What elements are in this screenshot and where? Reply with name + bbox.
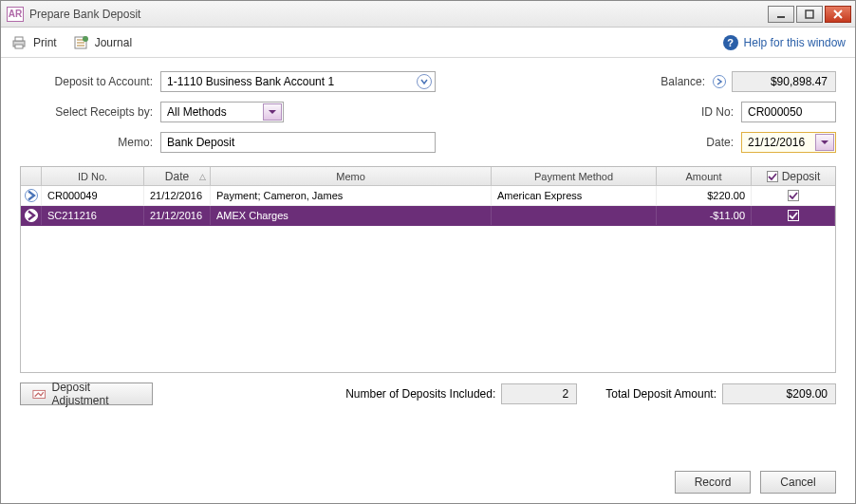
id-no-label: ID No: [675,105,741,119]
journal-button[interactable]: Journal [72,34,132,51]
table-row[interactable]: CR00004921/12/2016Payment; Cameron, Jame… [21,186,835,206]
print-label: Print [33,36,57,49]
cell-amount: $220.00 [657,186,752,205]
print-button[interactable]: Print [10,34,57,51]
svg-rect-1 [806,10,813,18]
id-no-input[interactable]: CR000050 [741,102,836,122]
deposit-adjustment-label: Deposit Adjustment [51,381,140,407]
deposit-checkbox[interactable] [788,210,799,221]
cell-id: CR000049 [42,186,144,205]
sort-asc-icon: △ [199,172,206,181]
grid-header-memo[interactable]: Memo [211,167,492,185]
grid-header-row: ID No. Date△ Memo Payment Method Amount … [21,167,835,186]
footer-buttons: Record Cancel [20,457,836,494]
row-drill-icon[interactable] [25,189,38,202]
cell-date: 21/12/2016 [144,186,211,205]
row-drill-icon[interactable] [25,209,38,222]
table-row[interactable]: SC21121621/12/2016AMEX Charges-$11.00 [21,206,835,226]
cancel-label: Cancel [780,476,815,489]
deposit-all-checkbox[interactable] [767,171,778,182]
grid-header-drill [21,167,42,185]
record-button[interactable]: Record [675,471,751,494]
date-input[interactable]: 21/12/2016 [741,132,836,153]
grid-header-id[interactable]: ID No. [42,167,144,185]
cell-amount: -$11.00 [657,206,752,225]
deposit-account-value: 1-1110 Business Bank Account 1 [167,75,334,88]
svg-rect-5 [15,37,23,41]
memo-input[interactable]: Bank Deposit [160,132,436,153]
app-badge-icon: AR [7,7,24,22]
chevron-down-icon [815,134,834,151]
total-deposit-label: Total Deposit Amount: [605,387,716,401]
help-icon: ? [723,35,738,50]
date-value: 21/12/2016 [748,136,805,149]
svg-rect-6 [15,45,23,48]
balance-drill-icon[interactable] [713,75,726,88]
cell-payment-method [492,206,657,225]
balance-value: $90,898.47 [732,71,836,92]
memo-value: Bank Deposit [167,136,234,149]
close-button[interactable] [825,6,851,23]
content-area: Deposit to Account: 1-1110 Business Bank… [1,58,855,503]
grid-header-payment-method[interactable]: Payment Method [492,167,657,185]
window-title: Prepare Bank Deposit [29,8,766,21]
memo-label: Memo: [20,136,160,149]
grid-header-deposit[interactable]: Deposit [752,167,835,185]
cell-date: 21/12/2016 [144,206,211,225]
maximize-button[interactable] [796,6,823,23]
select-receipts-combo[interactable]: All Methods [160,102,284,122]
help-label: Help for this window [744,36,846,49]
select-receipts-value: All Methods [167,105,227,119]
num-deposits-value: 2 [501,383,577,404]
grid-header-amount[interactable]: Amount [657,167,752,185]
dropdown-icon [417,74,432,89]
svg-point-11 [83,36,88,42]
id-no-value: CR000050 [748,105,802,119]
form-section: Deposit to Account: 1-1110 Business Bank… [20,71,836,153]
deposit-account-label: Deposit to Account: [20,75,160,88]
deposit-adjustment-button[interactable]: Deposit Adjustment [20,383,153,405]
titlebar: AR Prepare Bank Deposit [1,1,855,28]
record-label: Record [695,476,732,489]
journal-icon [72,34,89,51]
select-receipts-label: Select Receipts by: [20,105,160,119]
receipts-grid: ID No. Date△ Memo Payment Method Amount … [20,166,836,373]
adjustment-icon [32,387,46,401]
cell-id: SC211216 [42,206,144,225]
toolbar: Print Journal ? Help for this window [1,28,855,58]
printer-icon [10,34,28,51]
grid-header-date[interactable]: Date△ [144,167,211,185]
balance-label: Balance: [646,75,713,88]
deposit-account-combo[interactable]: 1-1110 Business Bank Account 1 [160,71,436,92]
cell-payment-method: American Express [492,186,657,205]
chevron-down-icon [263,103,282,121]
help-link[interactable]: ? Help for this window [723,35,846,50]
date-label: Date: [675,136,741,149]
num-deposits-label: Number of Deposits Included: [345,387,495,401]
grid-body: CR00004921/12/2016Payment; Cameron, Jame… [21,186,835,372]
summary-row: Deposit Adjustment Number of Deposits In… [20,383,836,405]
cell-memo: Payment; Cameron, James [211,186,492,205]
cancel-button[interactable]: Cancel [760,471,836,494]
minimize-button[interactable] [768,6,794,23]
journal-label: Journal [95,36,132,49]
total-deposit-value: $209.00 [722,383,836,404]
prepare-bank-deposit-window: AR Prepare Bank Deposit Print Journal ? … [0,0,856,504]
deposit-checkbox[interactable] [788,190,799,201]
cell-memo: AMEX Charges [211,206,492,225]
